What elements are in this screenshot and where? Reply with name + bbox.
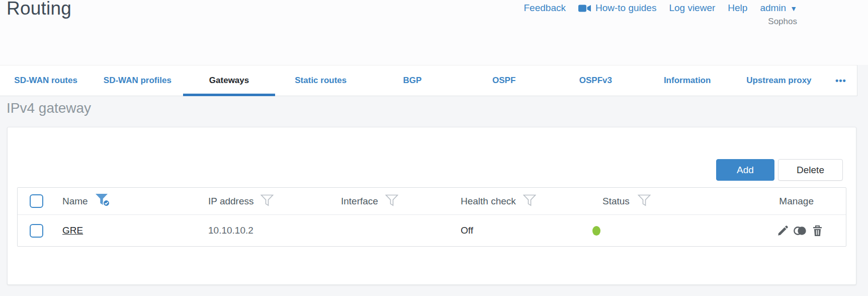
filter-icon-status[interactable]	[638, 194, 651, 208]
section-heading: IPv4 gateway	[7, 100, 91, 116]
status-dot	[592, 226, 600, 236]
select-all-checkbox[interactable]	[30, 194, 43, 208]
filter-applied-icon[interactable]	[95, 193, 111, 209]
table-row: GRE 10.10.10.2 Off	[18, 214, 846, 246]
brand-label: Sophos	[524, 17, 797, 27]
delete-button[interactable]: Delete	[778, 159, 843, 181]
health-check-cell: Off	[461, 225, 473, 236]
ipv4-gateway-panel: Add Delete Name IP address	[7, 127, 856, 285]
admin-menu[interactable]: admin ▼	[760, 3, 797, 14]
filter-icon-interface[interactable]	[385, 194, 398, 208]
tab-upstream-proxy[interactable]: Upstream proxy	[733, 65, 825, 96]
table-toolbar: Add Delete	[716, 159, 843, 181]
filter-icon-health-check[interactable]	[523, 194, 536, 208]
filter-icon-ip-address[interactable]	[261, 194, 274, 208]
tab-bar: SD-WAN routes SD-WAN profiles Gateways S…	[0, 65, 857, 96]
gateway-name-link[interactable]: GRE	[62, 225, 83, 236]
tab-static-routes[interactable]: Static routes	[275, 65, 367, 96]
column-header-ip-address: IP address	[208, 196, 253, 207]
page-header: Routing Feedback How-to guides Log viewe…	[0, 0, 868, 65]
add-button[interactable]: Add	[716, 159, 774, 181]
tab-sd-wan-profiles[interactable]: SD-WAN profiles	[92, 65, 183, 96]
column-header-status: Status	[602, 196, 630, 207]
feedback-link[interactable]: Feedback	[524, 3, 566, 14]
video-camera-icon	[578, 4, 591, 13]
tab-ospf[interactable]: OSPF	[458, 65, 550, 96]
row-checkbox[interactable]	[30, 224, 43, 238]
table-header-row: Name IP address Interfac	[18, 188, 846, 214]
tab-ospfv3[interactable]: OSPFv3	[550, 65, 641, 96]
delete-row-icon[interactable]	[812, 225, 823, 237]
tab-gateways[interactable]: Gateways	[183, 65, 275, 96]
tab-information[interactable]: Information	[642, 65, 733, 96]
column-header-name: Name	[62, 196, 88, 207]
page-title: Routing	[7, 0, 71, 19]
edit-icon[interactable]	[777, 225, 789, 237]
clone-icon[interactable]	[794, 226, 807, 236]
ip-address-cell: 10.10.10.2	[208, 225, 253, 236]
column-header-health-check: Health check	[461, 196, 516, 207]
help-link[interactable]: Help	[728, 3, 747, 14]
gateway-table: Name IP address Interfac	[17, 187, 846, 247]
tab-sd-wan-routes[interactable]: SD-WAN routes	[0, 65, 92, 96]
header-utility-area: Feedback How-to guides Log viewer Help a…	[524, 3, 797, 27]
howto-guides-link[interactable]: How-to guides	[578, 3, 656, 14]
column-header-interface: Interface	[341, 196, 378, 207]
log-viewer-link[interactable]: Log viewer	[669, 3, 715, 14]
tab-bgp[interactable]: BGP	[367, 65, 458, 96]
tab-overflow-menu[interactable]: •••	[825, 65, 857, 96]
column-header-manage: Manage	[779, 196, 814, 207]
chevron-down-icon: ▼	[790, 5, 797, 12]
